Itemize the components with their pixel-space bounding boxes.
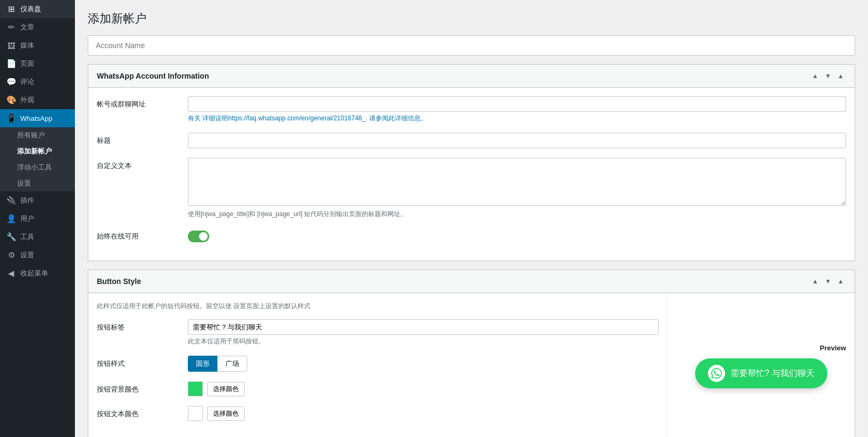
sidebar-item-label: 仪表盘: [20, 4, 41, 14]
button-style-label: 按钮样式: [97, 356, 177, 369]
custom-text-help: 使用[njwa_page_title]和 [njwa_page_url] 短代码…: [188, 210, 846, 219]
whatsapp-icon: 📱: [6, 113, 16, 123]
account-help-link[interactable]: 详细说明https://faq.whatsapp.com/en/general/…: [202, 114, 369, 122]
wa-preview-btn-text: 需要帮忙? 与我们聊天: [730, 368, 814, 379]
sidebar-item-settings[interactable]: ⚙ 设置: [0, 246, 75, 264]
whatsapp-logo-svg: [711, 368, 722, 379]
button-style-panel-title: Button Style: [97, 277, 141, 286]
button-tag-label: 按钮标签: [97, 319, 177, 332]
whatsapp-info-panel-title: WhatsApp Account Information: [97, 72, 209, 80]
sidebar-item-label: 外观: [20, 95, 34, 105]
sidebar-item-appearance[interactable]: 🎨 外观: [0, 91, 75, 109]
button-tag-input[interactable]: [188, 319, 659, 335]
submenu-float-widget[interactable]: 浮动小工具: [0, 159, 75, 175]
button-tag-note: 此文本仅适用于简码按钮。: [188, 337, 659, 346]
account-form-row: 帐号或群聊网址 有关 详细说明https://faq.whatsapp.com/…: [97, 96, 846, 123]
bg-color-label: 按钮背景颜色: [97, 381, 177, 394]
bg-color-btn[interactable]: 选择颜色: [207, 382, 245, 396]
submenu-add-account[interactable]: 添加新帐户: [0, 143, 75, 159]
text-color-btn[interactable]: 选择颜色: [207, 407, 245, 421]
bs-panel-close-btn[interactable]: ▲: [835, 277, 846, 286]
sidebar-item-label: 设置: [20, 250, 34, 260]
submenu-all-accounts[interactable]: 所有账户: [0, 127, 75, 143]
sidebar: ⊞ 仪表盘 ✏ 文章 🖼 媒体 📄 页面 💬 评论 🎨 外观 📱 WhatsAp…: [0, 0, 75, 437]
button-style-panel-header: Button Style ▲ ▼ ▲: [88, 270, 855, 293]
whatsapp-info-panel-body: 帐号或群聊网址 有关 详细说明https://faq.whatsapp.com/…: [88, 88, 855, 260]
title-input[interactable]: [188, 133, 846, 148]
whatsapp-info-panel-header: WhatsApp Account Information ▲ ▼ ▲: [88, 65, 855, 88]
always-online-form-row: 始终在线可用: [97, 228, 846, 242]
users-icon: 👤: [6, 214, 16, 224]
sidebar-item-label: 页面: [20, 59, 34, 68]
button-style-panel-controls: ▲ ▼ ▲: [810, 277, 846, 286]
submenu-settings[interactable]: 设置: [0, 175, 75, 191]
always-online-label: 始终在线可用: [97, 228, 177, 241]
account-help-prefix: 有关: [188, 114, 201, 122]
account-input[interactable]: [188, 96, 846, 112]
button-style-control: 圆形 广场: [188, 356, 659, 372]
sidebar-item-tools[interactable]: 🔧 工具: [0, 228, 75, 246]
sidebar-item-label: WhatsApp: [20, 114, 52, 122]
button-tag-row: 按钮标签 此文本仅适用于简码按钮。: [97, 319, 659, 346]
sidebar-item-users[interactable]: 👤 用户: [0, 210, 75, 228]
bg-color-picker-row: 选择颜色: [188, 381, 659, 396]
main-content: 添加新帐户 WhatsApp Account Information ▲ ▼ ▲…: [75, 0, 868, 437]
comments-icon: 💬: [6, 77, 16, 87]
account-label: 帐号或群聊网址: [97, 96, 177, 109]
button-tag-control: 此文本仅适用于简码按钮。: [188, 319, 659, 346]
sidebar-item-pages[interactable]: 📄 页面: [0, 55, 75, 73]
media-icon: 🖼: [6, 41, 16, 50]
sidebar-item-collapse[interactable]: ◀ 收起菜单: [0, 264, 75, 282]
page-title: 添加新帐户: [88, 11, 855, 27]
custom-text-form-row: 自定义文本 使用[njwa_page_title]和 [njwa_page_ur…: [97, 158, 846, 219]
articles-icon: ✏: [6, 22, 16, 32]
settings-icon: ⚙: [6, 250, 16, 260]
account-help-link-text: 详细说明https://faq.whatsapp.com/en/general/…: [202, 114, 367, 122]
tools-icon: 🔧: [6, 232, 16, 242]
account-help: 有关 详细说明https://faq.whatsapp.com/en/gener…: [188, 114, 846, 123]
title-control: [188, 133, 846, 148]
sidebar-item-label: 收起菜单: [20, 269, 48, 278]
collapse-icon: ◀: [6, 269, 16, 278]
style-round-btn[interactable]: 圆形: [188, 356, 218, 372]
always-online-toggle[interactable]: [188, 231, 209, 242]
text-color-picker-row: 选择颜色: [188, 406, 659, 421]
custom-text-input[interactable]: [188, 158, 846, 206]
sidebar-item-comments[interactable]: 💬 评论: [0, 73, 75, 91]
sidebar-item-label: 评论: [20, 77, 34, 87]
bs-panel-down-btn[interactable]: ▼: [823, 277, 833, 286]
bg-color-control: 选择颜色: [188, 381, 659, 396]
sidebar-item-label: 媒体: [20, 41, 34, 50]
wa-preview-icon: [708, 365, 725, 382]
always-online-control: [188, 228, 846, 242]
title-form-row: 标题: [97, 133, 846, 148]
sidebar-item-label: 文章: [20, 22, 34, 32]
dashboard-icon: ⊞: [6, 4, 16, 14]
wa-preview-button[interactable]: 需要帮忙? 与我们聊天: [695, 358, 827, 388]
style-square-btn[interactable]: 广场: [217, 356, 247, 372]
bs-panel-up-btn[interactable]: ▲: [810, 277, 820, 286]
panel-close-btn[interactable]: ▲: [835, 71, 846, 81]
sidebar-item-label: 工具: [20, 232, 34, 242]
button-style-toggle: 圆形 广场: [188, 356, 659, 372]
custom-text-control: 使用[njwa_page_title]和 [njwa_page_url] 短代码…: [188, 158, 846, 219]
whatsapp-submenu: 所有账户 添加新帐户 浮动小工具 设置: [0, 127, 75, 191]
text-color-control: 选择颜色: [188, 406, 659, 421]
custom-text-label: 自定义文本: [97, 158, 177, 171]
pages-icon: 📄: [6, 59, 16, 68]
title-label: 标题: [97, 133, 177, 145]
panel-collapse-down-btn[interactable]: ▼: [823, 71, 833, 81]
toggle-slider: [188, 231, 209, 242]
account-name-input[interactable]: [88, 35, 855, 56]
sidebar-item-label: 插件: [20, 196, 34, 205]
sidebar-item-media[interactable]: 🖼 媒体: [0, 36, 75, 55]
button-style-panel: Button Style ▲ ▼ ▲ 此样式仅适用于此帐户的短代码按钮。留空以使…: [88, 270, 855, 437]
panel-collapse-up-btn[interactable]: ▲: [810, 71, 820, 81]
sidebar-item-dashboard[interactable]: ⊞ 仪表盘: [0, 0, 75, 18]
sidebar-item-whatsapp[interactable]: 📱 WhatsApp: [0, 109, 75, 127]
button-style-row: 按钮样式 圆形 广场: [97, 356, 659, 372]
whatsapp-info-panel: WhatsApp Account Information ▲ ▼ ▲ 帐号或群聊…: [88, 64, 855, 261]
bg-color-row: 按钮背景颜色 选择颜色: [97, 381, 659, 396]
sidebar-item-plugins[interactable]: 🔌 插件: [0, 191, 75, 210]
sidebar-item-articles[interactable]: ✏ 文章: [0, 18, 75, 36]
